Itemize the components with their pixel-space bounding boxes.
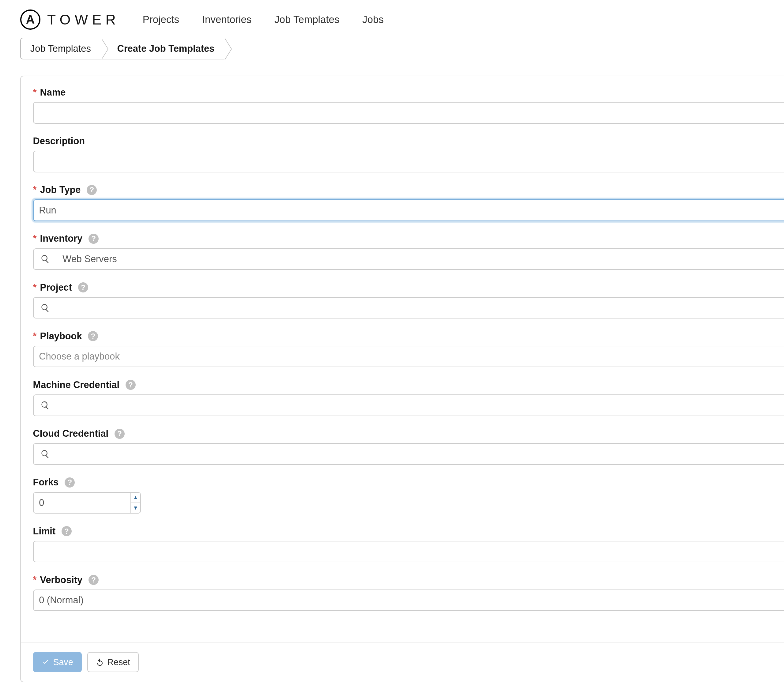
nav-inventories[interactable]: Inventories: [202, 14, 252, 25]
nav-projects[interactable]: Projects: [143, 14, 179, 25]
nav-jobs[interactable]: Jobs: [362, 14, 384, 25]
save-label: Save: [53, 657, 73, 667]
brand-logo: A TOWER: [20, 10, 120, 30]
label-name: Name: [40, 87, 66, 98]
help-icon[interactable]: ?: [87, 185, 97, 195]
help-icon[interactable]: ?: [89, 234, 99, 244]
save-button[interactable]: Save: [33, 652, 82, 672]
left-column: *Name Description *Job Type? Run ▲▼ *Inv…: [33, 87, 784, 623]
field-project: *Project?: [33, 282, 784, 319]
required-marker: *: [33, 87, 37, 98]
field-limit: Limit?: [33, 526, 784, 563]
field-inventory: *Inventory?: [33, 233, 784, 270]
check-icon: [42, 658, 49, 666]
field-cloud-credential: Cloud Credential?: [33, 428, 784, 465]
forks-input[interactable]: [33, 492, 131, 514]
field-job-type: *Job Type? Run ▲▼: [33, 185, 784, 221]
field-playbook: *Playbook? Choose a playbook ▲▼: [33, 331, 784, 367]
label-playbook: Playbook: [40, 331, 82, 342]
label-inventory: Inventory: [40, 233, 83, 244]
help-icon[interactable]: ?: [89, 575, 99, 585]
label-project: Project: [40, 282, 72, 293]
forks-down-button[interactable]: ▼: [131, 503, 140, 513]
machine-cred-input[interactable]: [57, 394, 784, 416]
form-footer: Save Reset: [21, 642, 784, 682]
search-icon: [40, 400, 50, 410]
name-input[interactable]: [33, 102, 784, 124]
label-cloud-credential: Cloud Credential: [33, 428, 109, 439]
inventory-input[interactable]: [57, 248, 784, 270]
breadcrumb-job-templates[interactable]: Job Templates: [20, 38, 102, 59]
forks-spinner: ▲ ▼: [131, 492, 141, 514]
help-icon[interactable]: ?: [64, 478, 75, 488]
reset-label: Reset: [107, 657, 130, 667]
label-description: Description: [33, 136, 85, 147]
field-description: Description: [33, 136, 784, 172]
top-nav: Projects Inventories Job Templates Jobs: [143, 14, 384, 25]
verbosity-value: 0 (Normal): [39, 595, 83, 606]
breadcrumb: Job Templates Create Job Templates: [0, 38, 784, 59]
help-icon[interactable]: ?: [115, 429, 125, 439]
project-lookup-button[interactable]: [33, 297, 57, 318]
cloud-cred-input[interactable]: [57, 443, 784, 465]
playbook-placeholder: Choose a playbook: [39, 351, 120, 362]
verbosity-select[interactable]: 0 (Normal) ▲▼: [33, 590, 784, 611]
label-job-type: Job Type: [40, 185, 81, 195]
limit-input[interactable]: [33, 541, 784, 562]
breadcrumb-create: Create Job Templates: [102, 38, 225, 59]
description-input[interactable]: [33, 151, 784, 172]
search-icon: [40, 449, 50, 459]
field-machine-credential: Machine Credential?: [33, 379, 784, 416]
nav-job-templates[interactable]: Job Templates: [274, 14, 339, 25]
field-verbosity: *Verbosity? 0 (Normal) ▲▼: [33, 575, 784, 611]
search-icon: [40, 303, 50, 313]
project-input[interactable]: [57, 297, 784, 318]
form-card: *Name Description *Job Type? Run ▲▼ *Inv…: [20, 76, 784, 682]
field-forks: Forks? ▲ ▼: [33, 477, 784, 514]
help-icon[interactable]: ?: [61, 526, 72, 536]
help-icon[interactable]: ?: [88, 331, 98, 341]
machine-cred-lookup-button[interactable]: [33, 394, 57, 416]
brand-name: TOWER: [47, 12, 120, 28]
search-icon: [40, 254, 50, 264]
cloud-cred-lookup-button[interactable]: [33, 443, 57, 465]
field-name: *Name: [33, 87, 784, 124]
app-header: A TOWER Projects Inventories Job Templat…: [0, 0, 784, 38]
job-type-value: Run: [39, 205, 56, 216]
label-forks: Forks: [33, 477, 59, 488]
logo-icon: A: [20, 10, 40, 30]
inventory-lookup-button[interactable]: [33, 248, 57, 270]
help-icon[interactable]: ?: [125, 380, 136, 390]
label-limit: Limit: [33, 526, 56, 537]
playbook-select[interactable]: Choose a playbook ▲▼: [33, 346, 784, 367]
label-verbosity: Verbosity: [40, 575, 83, 585]
reset-button[interactable]: Reset: [87, 652, 139, 672]
label-machine-credential: Machine Credential: [33, 379, 119, 391]
forks-up-button[interactable]: ▲: [131, 493, 140, 503]
help-icon[interactable]: ?: [78, 282, 88, 292]
job-type-select[interactable]: Run ▲▼: [33, 199, 784, 221]
undo-icon: [96, 658, 104, 666]
